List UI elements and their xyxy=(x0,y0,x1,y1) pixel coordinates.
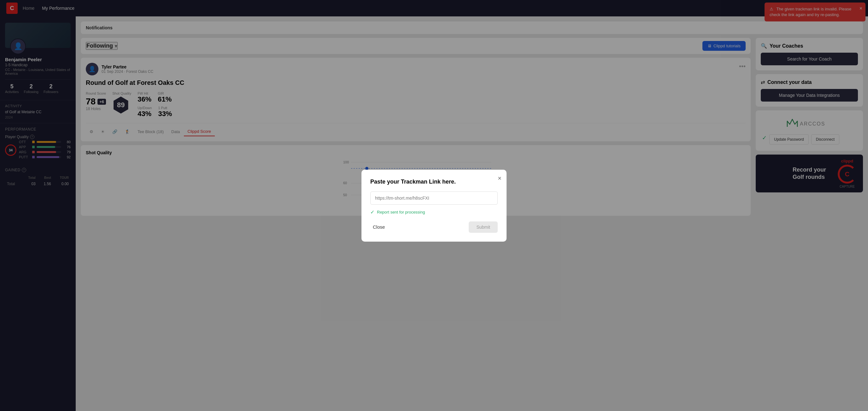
modal-overlay[interactable]: Paste your Trackman Link here. × ✓ Repor… xyxy=(0,0,868,411)
modal-success-message: ✓ Report sent for processing xyxy=(370,209,498,215)
trackman-link-input[interactable] xyxy=(370,191,498,205)
success-check-icon: ✓ xyxy=(370,209,374,215)
success-text: Report sent for processing xyxy=(377,210,425,215)
trackman-modal: Paste your Trackman Link here. × ✓ Repor… xyxy=(362,170,506,242)
modal-title: Paste your Trackman Link here. xyxy=(370,179,498,185)
modal-close-button[interactable]: Close xyxy=(370,222,387,232)
modal-submit-button[interactable]: Submit xyxy=(469,221,498,233)
modal-actions: Close Submit xyxy=(370,221,498,233)
modal-close-icon[interactable]: × xyxy=(498,175,501,182)
